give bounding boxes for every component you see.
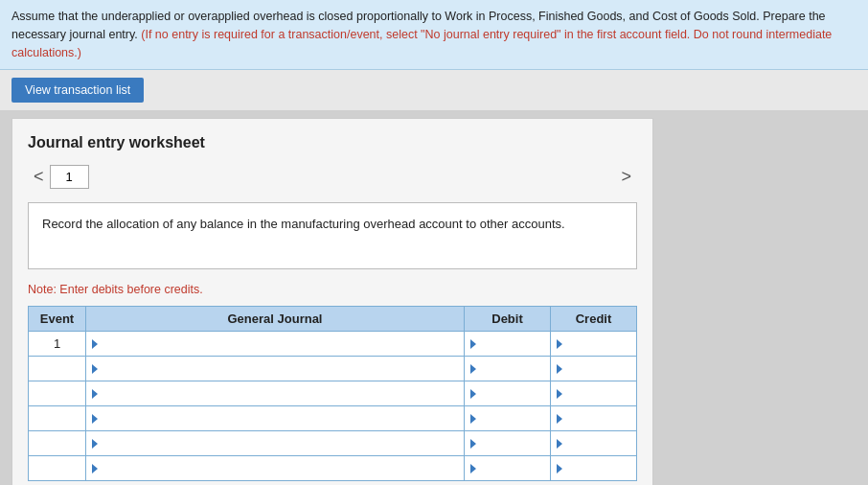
event-cell <box>29 406 86 431</box>
debit-cell[interactable] <box>465 406 551 431</box>
credit-cell[interactable] <box>551 381 637 406</box>
journal-input[interactable] <box>86 406 464 430</box>
nav-row: < 1 > <box>28 165 637 189</box>
col-event: Event <box>29 307 86 332</box>
journal-input[interactable] <box>86 456 464 480</box>
table-row <box>29 381 637 406</box>
credit-input[interactable] <box>551 456 636 480</box>
table-row <box>29 431 637 456</box>
journal-input[interactable] <box>86 431 464 455</box>
event-cell <box>29 357 86 381</box>
journal-input[interactable] <box>86 381 464 405</box>
col-debit: Debit <box>465 307 551 332</box>
credit-input[interactable] <box>551 431 636 455</box>
journal-cell[interactable] <box>86 406 465 431</box>
credit-cell[interactable] <box>551 357 637 381</box>
journal-cell[interactable] <box>86 381 465 406</box>
debit-cell[interactable] <box>465 381 551 406</box>
journal-cell[interactable] <box>86 357 465 381</box>
page-tab: 1 <box>50 165 89 189</box>
worksheet-title: Journal entry worksheet <box>28 134 637 151</box>
credit-input[interactable] <box>551 406 636 430</box>
note-text: Note: Enter debits before credits. <box>28 283 637 296</box>
table-row <box>29 456 637 481</box>
event-cell <box>29 381 86 406</box>
event-cell <box>29 456 86 481</box>
credit-cell[interactable] <box>551 431 637 456</box>
journal-table: Event General Journal Debit Credit 1 <box>28 306 637 481</box>
credit-input[interactable] <box>551 381 636 405</box>
instructions-bar: Assume that the underapplied or overappl… <box>0 0 868 70</box>
journal-cell[interactable] <box>86 332 465 357</box>
table-row <box>29 406 637 431</box>
nav-next-button[interactable]: > <box>615 167 637 187</box>
credit-cell[interactable] <box>551 456 637 481</box>
debit-cell[interactable] <box>465 431 551 456</box>
table-row: 1 <box>29 332 637 357</box>
debit-cell[interactable] <box>465 357 551 381</box>
debit-input[interactable] <box>465 381 550 405</box>
credit-cell[interactable] <box>551 406 637 431</box>
debit-input[interactable] <box>465 456 550 480</box>
event-cell: 1 <box>29 332 86 357</box>
debit-input[interactable] <box>465 357 550 381</box>
journal-input[interactable] <box>86 357 464 381</box>
toolbar: View transaction list <box>0 70 868 110</box>
journal-cell[interactable] <box>86 431 465 456</box>
journal-cell[interactable] <box>86 456 465 481</box>
debit-input[interactable] <box>465 431 550 455</box>
nav-prev-button[interactable]: < <box>28 167 50 187</box>
table-row <box>29 357 637 381</box>
debit-input[interactable] <box>465 332 550 356</box>
worksheet-container: Journal entry worksheet < 1 > Record the… <box>11 118 653 485</box>
credit-input[interactable] <box>551 357 636 381</box>
debit-cell[interactable] <box>465 332 551 357</box>
description-text: Record the allocation of any balance in … <box>42 217 565 231</box>
view-transaction-button[interactable]: View transaction list <box>11 78 144 103</box>
col-credit: Credit <box>551 307 637 332</box>
journal-input[interactable] <box>86 332 464 356</box>
debit-input[interactable] <box>465 406 550 430</box>
description-box: Record the allocation of any balance in … <box>28 202 637 269</box>
debit-cell[interactable] <box>465 456 551 481</box>
event-cell <box>29 431 86 456</box>
col-journal: General Journal <box>86 307 465 332</box>
credit-input[interactable] <box>551 332 636 356</box>
credit-cell[interactable] <box>551 332 637 357</box>
